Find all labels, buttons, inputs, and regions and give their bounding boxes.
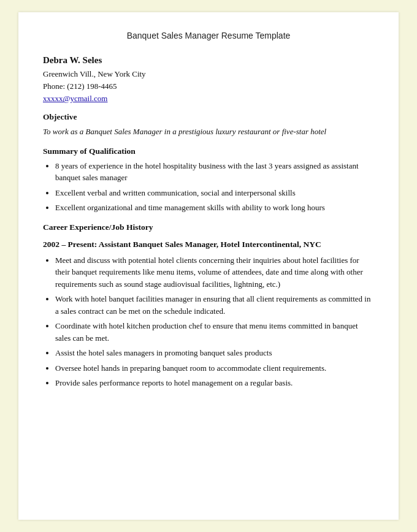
job-bullet-4: Assist the hotel sales managers in promo…	[55, 347, 374, 359]
applicant-name: Debra W. Seles	[43, 55, 374, 66]
applicant-email[interactable]: xxxxx@ycmail.com	[43, 94, 374, 104]
summary-label: Summary of Qualification	[43, 146, 374, 156]
summary-bullet-3: Excellent organizational and time manage…	[55, 202, 374, 214]
job-bullet-2: Work with hotel banquet facilities manag…	[55, 293, 374, 317]
resume-page: Banquet Sales Manager Resume Template De…	[18, 12, 399, 520]
page-title: Banquet Sales Manager Resume Template	[43, 31, 374, 40]
job-bullet-3: Coordinate with hotel kitchen production…	[55, 320, 374, 344]
summary-bullet-1: 8 years of experience in the hotel hospi…	[55, 160, 374, 184]
job-bullet-6: Provide sales performance reports to hot…	[55, 377, 374, 389]
applicant-address: Greenwich Vill., New York City	[43, 69, 374, 79]
objective-label: Objective	[43, 112, 374, 122]
objective-text: To work as a Banquet Sales Manager in a …	[43, 126, 374, 138]
page-wrapper: Banquet Sales Manager Resume Template De…	[0, 0, 417, 532]
summary-bullet-2: Excellent verbal and written communicati…	[55, 187, 374, 199]
job-bullet-5: Oversee hotel hands in preparing banquet…	[55, 362, 374, 374]
job-bullets-1: Meet and discuss with potential hotel cl…	[55, 254, 374, 389]
job-bullet-1: Meet and discuss with potential hotel cl…	[55, 254, 374, 291]
applicant-phone: Phone: (212) 198-4465	[43, 82, 374, 91]
career-label: Career Experience/Job History	[43, 222, 374, 232]
summary-bullets: 8 years of experience in the hotel hospi…	[55, 160, 374, 214]
job-title-1: 2002 – Present: Assistant Banquet Sales …	[43, 240, 374, 249]
